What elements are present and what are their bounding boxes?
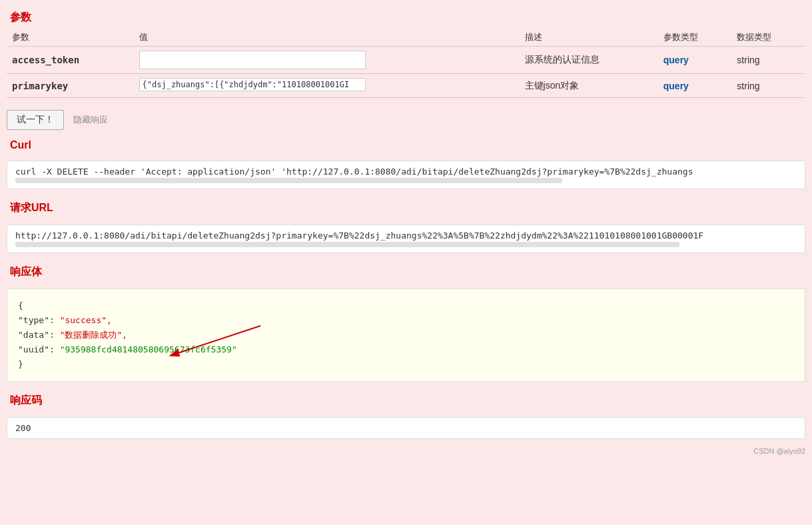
param-name-primarykey: primarykey [12,81,68,91]
param-type-cell: query [658,47,732,74]
response-body-section: { "type": "success", "data": "数据删除成功", "… [7,288,805,382]
param-value-cell [134,47,520,74]
response-body-title: 响应体 [0,261,812,283]
curl-value: curl -X DELETE --header 'Accept: applica… [15,167,693,177]
response-code-value: 200 [15,423,31,433]
param-name-cell: primarykey [7,74,134,98]
param-name-cell: access_token [7,47,134,74]
curl-code-box: curl -X DELETE --header 'Accept: applica… [7,161,805,189]
curl-section-title: Curl [0,135,812,155]
table-row: primarykey {"dsj_zhuangs":[{"zhdjdydm":"… [7,74,805,98]
page-wrapper: 参数 参数 值 描述 参数类型 数据类型 access_token [0,0,812,525]
json-line-type: "type": "success", [18,313,794,328]
json-line-data: "data": "数据删除成功", [18,328,794,342]
param-dtype-cell: string [731,74,805,98]
param-value-cell: {"dsj_zhuangs":[{"zhdjdydm":"11010800100… [134,74,520,98]
json-line-close: } [18,357,794,372]
primarykey-data-type: string [737,81,759,91]
primarykey-param-type: query [663,81,689,91]
primarykey-value[interactable]: {"dsj_zhuangs":[{"zhdjdydm":"11010800100… [139,78,366,91]
try-button[interactable]: 试一下！ [7,110,64,130]
request-url-value: http://127.0.0.1:8080/adi/bitapi/deleteZ… [15,231,703,241]
params-table: 参数 值 描述 参数类型 数据类型 access_token [7,29,805,98]
table-row: access_token 源系统的认证信息 query string [7,47,805,74]
col-header-param: 参数 [7,29,134,47]
json-line-uuid: "uuid": "935988fcd481480580695673fc6f535… [18,342,794,357]
request-url-scrollbar[interactable] [15,242,679,247]
hide-response-link[interactable]: 隐藏响应 [73,115,108,125]
param-desc-cell: 主键json对象 [520,74,658,98]
response-code-title: 响应码 [0,390,812,412]
param-desc-cell: 源系统的认证信息 [520,47,658,74]
col-header-param-type: 参数类型 [658,29,732,47]
curl-scrollbar[interactable] [15,178,562,183]
col-header-desc: 描述 [520,29,658,47]
curl-section: curl -X DELETE --header 'Accept: applica… [7,161,805,189]
access-token-data-type: string [737,55,759,65]
param-type-cell: query [658,74,732,98]
params-table-wrapper: 参数 值 描述 参数类型 数据类型 access_token [0,29,812,105]
response-code-box: 200 [7,417,805,439]
json-line-open: { [18,298,794,313]
primarykey-desc: 主键json对象 [525,80,580,91]
request-url-code-box: http://127.0.0.1:8080/adi/bitapi/deleteZ… [7,225,805,253]
col-header-value: 值 [134,29,520,47]
col-header-data-type: 数据类型 [731,29,805,47]
request-url-section: http://127.0.0.1:8080/adi/bitapi/deleteZ… [7,225,805,253]
table-header-row: 参数 值 描述 参数类型 数据类型 [7,29,805,47]
request-url-title: 请求URL [0,197,812,219]
params-section-title: 参数 [0,7,812,29]
watermark: CSDN @aiyo92 [0,447,812,455]
response-body-box: { "type": "success", "data": "数据删除成功", "… [7,288,805,382]
param-dtype-cell: string [731,47,805,74]
access-token-input[interactable] [139,51,366,69]
access-token-desc: 源系统的认证信息 [525,54,600,65]
param-name-access-token: access_token [12,55,79,65]
access-token-param-type: query [663,55,689,65]
action-row: 试一下！ 隐藏响应 [0,105,812,135]
